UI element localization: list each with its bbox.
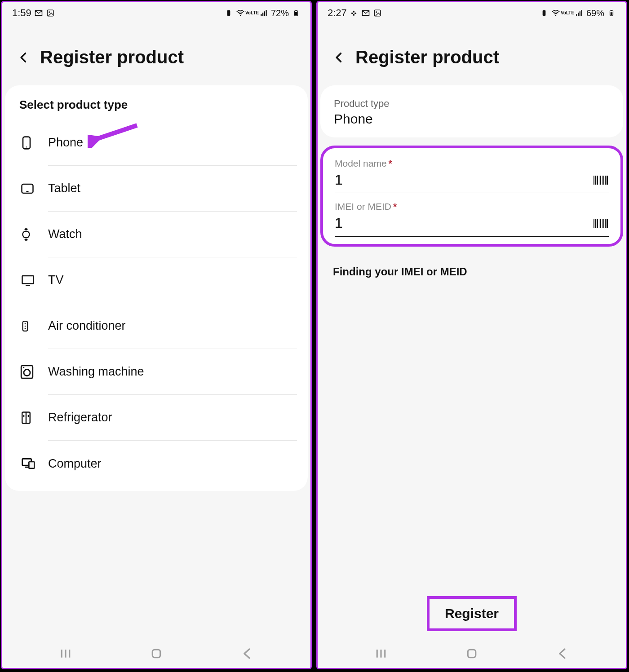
svg-rect-2	[227, 10, 230, 16]
nav-home[interactable]	[145, 642, 168, 665]
tv-icon	[19, 274, 48, 287]
finding-imei-link[interactable]: Finding your IMEI or MEID	[318, 247, 626, 278]
svg-rect-60	[605, 219, 606, 228]
watch-icon	[19, 226, 48, 243]
page-title: Register product	[355, 47, 499, 67]
svg-rect-6	[295, 12, 297, 15]
nav-bar	[2, 639, 310, 668]
svg-rect-36	[353, 13, 354, 15]
required-asterisk: *	[387, 158, 392, 168]
svg-rect-37	[374, 10, 381, 16]
product-type-phone[interactable]: Phone	[16, 120, 297, 166]
model-name-label: Model name*	[335, 158, 609, 169]
product-type-computer[interactable]: Computer	[16, 441, 297, 486]
volte-icon: VoLTE	[248, 9, 257, 18]
product-type-ac[interactable]: Air conditioner	[16, 303, 297, 349]
phone-icon	[19, 134, 48, 152]
nav-back[interactable]	[551, 642, 574, 665]
page-header: Register product	[2, 22, 310, 85]
refrigerator-icon	[19, 409, 48, 426]
list-item-label: Air conditioner	[48, 303, 297, 349]
nav-back[interactable]	[236, 642, 258, 665]
svg-rect-52	[607, 176, 608, 185]
svg-point-17	[25, 328, 26, 329]
status-bar: 1:59 VoLTE 72%	[2, 2, 310, 22]
product-type-watch[interactable]: Watch	[16, 212, 297, 257]
back-button[interactable]	[16, 49, 32, 66]
air-conditioner-icon	[19, 317, 48, 335]
svg-rect-0	[47, 10, 53, 16]
image-icon	[373, 9, 382, 18]
washing-machine-icon	[19, 364, 48, 380]
imei-input[interactable]	[335, 215, 594, 231]
svg-rect-57	[600, 219, 601, 228]
barcode-icon[interactable]	[594, 218, 609, 229]
status-time: 2:27	[328, 7, 347, 19]
list-item-label: Tablet	[48, 166, 297, 212]
svg-point-40	[555, 15, 557, 16]
list-item-label: Computer	[48, 441, 297, 486]
svg-point-3	[240, 15, 241, 16]
svg-rect-33	[351, 13, 353, 14]
product-type-fridge[interactable]: Refrigerator	[16, 395, 297, 441]
svg-rect-54	[595, 219, 596, 228]
svg-point-20	[23, 367, 25, 368]
svg-rect-56	[599, 219, 599, 228]
image-icon	[46, 9, 55, 18]
svg-rect-12	[22, 276, 34, 284]
tablet-icon	[19, 182, 48, 195]
svg-rect-51	[605, 176, 606, 185]
product-type-tv[interactable]: TV	[16, 257, 297, 303]
register-button[interactable]: Register	[427, 596, 517, 631]
required-asterisk: *	[391, 201, 397, 212]
svg-rect-46	[597, 176, 598, 185]
product-type-value: Phone	[334, 111, 610, 127]
product-type-summary: Product type Phone	[320, 85, 623, 137]
svg-rect-34	[354, 13, 356, 14]
svg-rect-48	[600, 176, 601, 185]
nav-recents[interactable]	[54, 642, 77, 665]
list-item-label: TV	[48, 257, 297, 303]
status-bar: 2:27 VoLTE	[318, 2, 626, 22]
svg-rect-44	[594, 176, 594, 185]
nav-home[interactable]	[461, 642, 483, 665]
svg-rect-45	[595, 176, 596, 185]
svg-point-38	[376, 11, 377, 13]
svg-rect-42	[611, 10, 612, 11]
svg-rect-53	[594, 219, 594, 228]
svg-point-11	[23, 231, 30, 238]
svg-rect-47	[599, 176, 599, 185]
gmail-icon	[361, 9, 370, 18]
product-type-tablet[interactable]: Tablet	[16, 166, 297, 212]
svg-rect-5	[296, 10, 297, 11]
svg-rect-59	[603, 219, 604, 228]
svg-rect-18	[21, 366, 33, 378]
nav-recents[interactable]	[370, 642, 392, 665]
product-type-label: Product type	[334, 98, 610, 110]
battery-percent: 72%	[271, 8, 289, 18]
svg-rect-43	[611, 12, 613, 15]
svg-rect-50	[603, 176, 604, 185]
svg-rect-31	[152, 650, 160, 658]
svg-point-19	[24, 369, 30, 376]
imei-label: IMEI or MEID*	[335, 201, 609, 212]
product-type-card: Select product type Phone Tablet Watch	[5, 85, 308, 491]
product-type-washer[interactable]: Washing machine	[16, 349, 297, 395]
svg-point-16	[25, 326, 26, 327]
form-card: Model name* IMEI or MEID*	[320, 146, 623, 247]
signal-icon	[575, 9, 584, 18]
nav-bar	[318, 639, 626, 668]
back-button[interactable]	[331, 49, 347, 66]
svg-rect-61	[607, 219, 608, 228]
screenshot-right: 2:27 VoLTE	[316, 1, 627, 669]
list-item-label: Washing machine	[48, 349, 297, 395]
svg-rect-49	[602, 176, 602, 185]
slack-icon	[350, 9, 359, 18]
svg-rect-55	[597, 219, 598, 228]
model-name-input[interactable]	[335, 172, 594, 188]
barcode-icon[interactable]	[594, 175, 609, 186]
list-item-label: Refrigerator	[48, 395, 297, 441]
battery-icon	[292, 9, 301, 18]
volte-icon: VoLTE	[563, 9, 572, 18]
status-time: 1:59	[12, 7, 31, 19]
